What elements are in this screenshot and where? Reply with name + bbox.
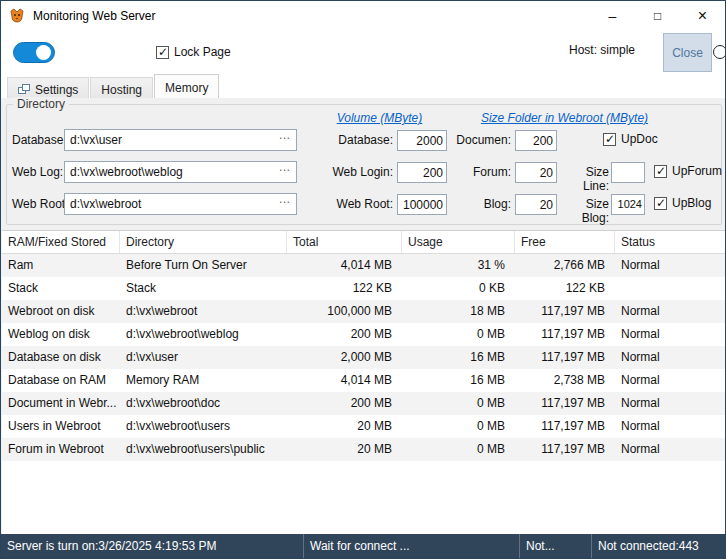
- browse-icon[interactable]: …: [276, 160, 294, 174]
- table-cell: 16 MB: [402, 369, 515, 392]
- connect-status-text: Wait for connect ...: [303, 534, 519, 558]
- path-value: d:\vx\webroot: [70, 197, 141, 211]
- size-forum-input[interactable]: 20: [515, 162, 557, 183]
- table-cell: Normal: [615, 323, 726, 346]
- database-path-label: Database:: [12, 133, 67, 147]
- volume-database-label: Database:: [305, 133, 393, 147]
- size-blog-input[interactable]: 20: [515, 194, 557, 215]
- volume-weblogin-input[interactable]: 200: [397, 162, 447, 183]
- table-cell: Normal: [615, 392, 726, 415]
- tab-strip: Settings Hosting Memory: [7, 74, 220, 98]
- table-cell: Database on RAM: [2, 369, 120, 392]
- group-row: Database: d:\vx\user … Database: 2000 Do…: [7, 129, 723, 151]
- minimize-button[interactable]: –: [590, 1, 635, 31]
- tab-memory[interactable]: Memory: [154, 74, 219, 98]
- tab-hosting[interactable]: Hosting: [90, 77, 153, 98]
- upforum-checkbox[interactable]: UpForum: [654, 164, 722, 178]
- updoc-checkbox[interactable]: UpDoc: [603, 132, 658, 146]
- table-cell: 2,738 MB: [515, 369, 615, 392]
- volume-webroot-label: Web Root:: [305, 197, 393, 211]
- status-bar: Server is turn on:3/26/2025 4:19:53 PM W…: [1, 534, 725, 558]
- tab-label: Memory: [165, 81, 208, 95]
- table-cell: 0 MB: [402, 438, 515, 461]
- size-document-label: Documen:: [455, 133, 511, 147]
- title-bar: Monitoring Web Server – □ ×: [1, 1, 725, 31]
- table-cell: Document in Webr...: [2, 392, 120, 415]
- table-cell: 31 %: [402, 254, 515, 277]
- table-row[interactable]: Weblog on diskd:\vx\webroot\weblog200 MB…: [2, 323, 726, 346]
- size-blog-extra-input[interactable]: 1024: [611, 194, 645, 215]
- lock-page-checkbox[interactable]: Lock Page: [156, 45, 231, 59]
- upforum-label: UpForum: [672, 164, 722, 178]
- close-button[interactable]: Close: [663, 33, 712, 72]
- table-cell: d:\vx\webroot\weblog: [120, 323, 287, 346]
- column-header[interactable]: RAM/Fixed Stored: [2, 231, 120, 253]
- size-forum-label: Forum:: [455, 165, 511, 179]
- database-path-input[interactable]: d:\vx\user …: [64, 129, 297, 151]
- table-cell: 4,014 MB: [287, 369, 402, 392]
- table-cell: 16 MB: [402, 346, 515, 369]
- upblog-checkbox[interactable]: UpBlog: [654, 196, 711, 210]
- volume-header-link[interactable]: Volume (MByte): [312, 111, 447, 125]
- volume-webroot-input[interactable]: 100000: [397, 194, 447, 215]
- close-window-button[interactable]: ×: [680, 1, 725, 31]
- tab-label: Hosting: [101, 83, 142, 97]
- webroot-path-input[interactable]: d:\vx\webroot …: [64, 193, 297, 215]
- table-cell: 117,197 MB: [515, 415, 615, 438]
- checkbox-box-icon: [654, 165, 667, 178]
- table-cell: Stack: [2, 277, 120, 300]
- app-window: Monitoring Web Server – □ × Lock Page Ho…: [0, 0, 726, 559]
- settings-tab-icon: [18, 84, 30, 96]
- table-cell: 200 MB: [287, 323, 402, 346]
- table-row[interactable]: StackStack122 KB0 KB122 KB: [2, 277, 726, 300]
- group-row: Web Log: d:\vx\webroot\weblog … Web Logi…: [7, 161, 723, 183]
- column-header[interactable]: Total: [287, 231, 402, 253]
- tab-settings[interactable]: Settings: [7, 77, 89, 98]
- weblog-path-label: Web Log:: [12, 165, 63, 179]
- host-label: Host: simple: [569, 43, 635, 57]
- table-cell: Weblog on disk: [2, 323, 120, 346]
- column-header[interactable]: Status: [615, 231, 726, 253]
- size-document-input[interactable]: 200: [515, 130, 557, 151]
- table-row[interactable]: Users in Webrootd:\vx\webroot\users20 MB…: [2, 415, 726, 438]
- caption-buttons: – □ ×: [590, 1, 725, 31]
- table-cell: 117,197 MB: [515, 323, 615, 346]
- power-toggle[interactable]: [13, 42, 55, 63]
- table-cell: 122 KB: [287, 277, 402, 300]
- table-cell: 0 MB: [402, 415, 515, 438]
- column-header[interactable]: Directory: [120, 231, 287, 253]
- app-icon: [9, 8, 25, 24]
- table-cell: 200 MB: [287, 392, 402, 415]
- table-cell: 18 MB: [402, 300, 515, 323]
- browse-icon[interactable]: …: [276, 192, 294, 206]
- volume-weblogin-label: Web Login:: [305, 165, 393, 179]
- table-cell: 117,197 MB: [515, 346, 615, 369]
- column-header[interactable]: Free: [515, 231, 615, 253]
- lock-page-label: Lock Page: [174, 45, 231, 59]
- size-line-input[interactable]: [611, 162, 645, 183]
- directory-group: Directory Volume (MByte) Size Folder in …: [6, 104, 722, 225]
- tab-label: Settings: [35, 83, 78, 97]
- weblog-path-input[interactable]: d:\vx\webroot\weblog …: [64, 161, 297, 183]
- connection-port-text: Not connected:443: [591, 534, 725, 558]
- volume-database-input[interactable]: 2000: [397, 130, 447, 151]
- table-row[interactable]: Forum in Webrootd:\vx\webroot\users\publ…: [2, 438, 726, 461]
- column-header[interactable]: Usage: [402, 231, 515, 253]
- table-cell: Normal: [615, 438, 726, 461]
- maximize-button[interactable]: □: [635, 1, 680, 31]
- table-row[interactable]: Webroot on diskd:\vx\webroot100,000 MB18…: [2, 300, 726, 323]
- table-row[interactable]: Database on RAMMemory RAM4,014 MB16 MB2,…: [2, 369, 726, 392]
- memory-table: RAM/Fixed StoredDirectoryTotalUsageFreeS…: [2, 230, 726, 535]
- size-line-label: Size Line:: [561, 165, 609, 193]
- browse-icon[interactable]: …: [276, 128, 294, 142]
- table-cell: Ram: [2, 254, 120, 277]
- table-cell: 4,014 MB: [287, 254, 402, 277]
- table-cell: Normal: [615, 346, 726, 369]
- table-cell: Users in Webroot: [2, 415, 120, 438]
- table-cell: 0 MB: [402, 323, 515, 346]
- table-row[interactable]: Database on diskd:\vx\user2,000 MB16 MB1…: [2, 346, 726, 369]
- size-folder-header-link[interactable]: Size Folder in Webroot (MByte): [462, 111, 667, 125]
- group-row: Web Root: d:\vx\webroot … Web Root: 1000…: [7, 193, 723, 215]
- table-row[interactable]: RamBefore Turn On Server4,014 MB31 %2,76…: [2, 254, 726, 277]
- table-row[interactable]: Document in Webr...d:\vx\webroot\doc200 …: [2, 392, 726, 415]
